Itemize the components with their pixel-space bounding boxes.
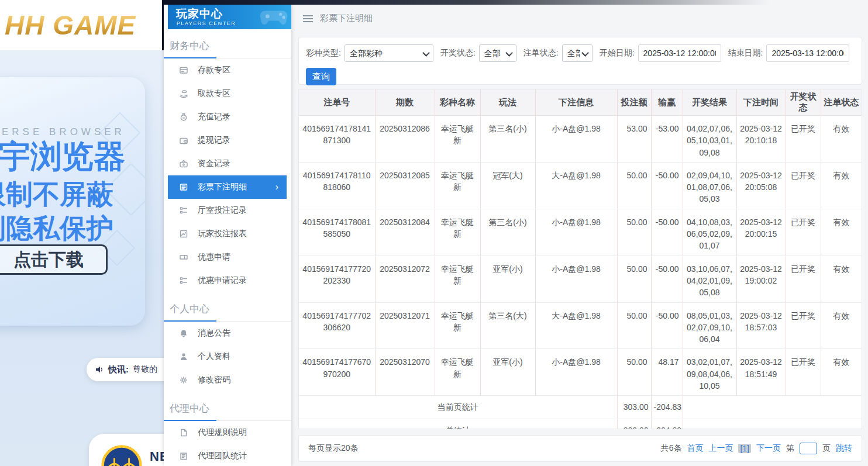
news-ticker[interactable]: 快讯: 尊敬的 [87,358,172,381]
table-cell: -50.00 [651,302,683,349]
screen: HH GAME ERSE BROWSER 宇浏览器 限制不屏蔽 到隐私保护 点击… [0,0,868,466]
chevron-right-icon: › [275,182,278,192]
table-cell: 2025-03-12 18:57:03 [736,302,786,349]
summary-bet-total: 303.00 [617,396,651,419]
next-page-link[interactable]: 下一页 [756,443,781,454]
column-header: 彩种名称 [435,89,480,116]
table-cell: 亚军(小) [480,349,535,396]
table-cell: 已开奖 [786,209,821,256]
table-cell: 20250312085 [375,162,435,209]
summary-label: 总统计 [299,419,617,429]
sidebar-item-team-stats[interactable]: 代理团队统计 [164,444,291,466]
gear-icon [179,375,188,385]
sidebar-item-label: 取款专区 [198,88,230,99]
page-prefix: 第 [786,443,794,454]
bet-status-label: 注单状态: [523,48,559,58]
sidebar-item-label: 消息公告 [198,328,230,339]
sidebar-item-bell[interactable]: 消息公告 [164,322,291,345]
current-page[interactable]: [1] [738,444,751,453]
promo-banner[interactable]: ERSE BROWSER 宇浏览器 限制不屏蔽 到隐私保护 点击下载 [0,77,145,326]
column-header: 注单号 [299,89,375,116]
table-cell: 第三名(小) [480,209,535,256]
table-cell: 幸运飞艇新 [435,116,480,163]
sidebar-item-promo-apply[interactable]: 优惠申请 [164,246,291,269]
sidebar-item-hall-bet-record[interactable]: 厅室投注记录 [164,199,291,222]
table-cell: 已开奖 [786,116,821,163]
table-row: 40156917417770230662020250312071幸运飞艇新第三名… [299,302,862,349]
doc-icon [179,428,188,437]
sidebar-item-label: 厅室投注记录 [198,205,247,216]
sidebar-section-title: 财务中心 [164,35,291,58]
table-cell: 401569174178110818060 [299,162,375,209]
sidebar-item-promo-apply-record[interactable]: 优惠申请记录 [164,269,291,292]
end-date-input[interactable] [766,44,849,62]
draw-status-select[interactable]: 全部 [479,44,516,62]
query-button[interactable]: 查询 [306,68,336,85]
sidebar-item-deposit[interactable]: 存款专区 [164,58,291,82]
table-cell: 50.00 [617,349,651,396]
sidebar-item-player-bet-report[interactable]: 玩家投注报表 [164,222,291,246]
table-cell: 401569174177720202330 [299,256,375,302]
column-header: 玩法 [480,89,535,116]
table-cell: 03,10,06,07,04,02,01,09,05,08 [683,256,736,302]
column-header: 开奖状态 [786,89,821,116]
sidebar-section-title: 个人中心 [164,298,291,322]
sidebar-item-withdrawal-record[interactable]: 提现记录 [164,129,291,152]
page-number-input[interactable] [800,443,817,454]
sidebar-header: 玩家中心 PLAYERS CENTER [168,5,291,29]
table-row: 40156917417808158505020250312084幸运飞艇新第三名… [299,209,862,256]
summary-bet-total: 303.00 [617,419,651,429]
page-suffix: 页 [822,443,831,454]
summary-row: 总统计303.00-204.83 [299,419,862,429]
sidebar-item-lottery-bet-detail[interactable]: 彩票下注明细› [168,175,287,199]
bell-icon [179,329,188,338]
news-text: 尊敬的 [133,364,157,375]
table-cell: 08,05,01,03,02,07,09,10,06,04 [683,302,736,349]
start-date-input[interactable] [638,44,721,62]
filter-panel: 彩种类型: 全部彩种 开奖状态: 全部 注单状态: 全部 开始日期: 结束日期: [298,37,862,85]
summary-row: 当前页统计303.00-204.83 [299,396,862,419]
table-header-row: 注单号期数彩种名称玩法下注信息投注额输赢开奖结果下注时间开奖状态注单状态 [299,89,862,116]
table-cell: -50.00 [651,256,683,302]
table-cell: 20250312072 [375,256,435,302]
sidebar-item-funds-record[interactable]: 资金记录 [164,152,291,175]
pagination-bar: 每页显示20条 共6条 首页 上一页 [1] 下一页 第 页 跳转 [298,435,862,462]
sidebar-item-recharge-record[interactable]: 充值记录 [164,105,291,129]
bet-status-select[interactable]: 全部 [562,44,593,62]
sidebar-item-label: 优惠申请记录 [198,275,247,286]
bet-table: 注单号期数彩种名称玩法下注信息投注额输赢开奖结果下注时间开奖状态注单状态 401… [299,89,862,429]
bet-table-card: 注单号期数彩种名称玩法下注信息投注额输赢开奖结果下注时间开奖状态注单状态 401… [298,89,862,429]
table-cell: 已开奖 [786,302,821,349]
sidebar-section-title: 代理中心 [164,398,291,421]
column-header: 注单状态 [821,89,862,116]
table-cell: 已开奖 [786,349,821,396]
table-cell: 04,02,07,06,05,10,03,01,09,08 [683,116,736,163]
withdraw-icon [179,89,188,98]
sidebar: 玩家中心 PLAYERS CENTER 财务中心存款专区取款专区充值记录提现记录… [164,5,291,466]
table-cell: 已开奖 [786,256,821,302]
download-button[interactable]: 点击下载 [0,244,108,275]
column-header: 开奖结果 [683,89,736,116]
sidebar-item-doc[interactable]: 代理规则说明 [164,421,291,444]
summary-winloss-total: -204.83 [651,396,683,419]
table-cell: 20250312071 [375,302,435,349]
prev-page-link[interactable]: 上一页 [708,443,733,454]
lottery-type-select[interactable]: 全部彩种 [345,44,433,62]
draw-status-label: 开奖状态: [440,48,476,58]
table-cell: 2025-03-12 20:05:08 [736,162,786,209]
table-row: 40156917417772020233020250312072幸运飞艇新亚军(… [299,256,862,302]
table-cell: 04,10,08,03,06,05,02,09,01,07 [683,209,736,256]
sidebar-item-user[interactable]: 个人资料 [164,345,291,368]
sidebar-item-gear[interactable]: 修改密码 [164,368,291,392]
sidebar-item-withdraw[interactable]: 取款专区 [164,82,291,105]
jump-link[interactable]: 跳转 [836,443,852,454]
table-cell: -50.00 [651,209,683,256]
column-header: 下注时间 [736,89,786,116]
hamburger-menu-icon[interactable] [303,15,313,22]
main-topbar: 彩票下注明细 [291,5,868,32]
withdrawal-record-icon [179,136,188,145]
table-cell: 401569174178141871300 [299,116,375,163]
table-cell: 幸运飞艇新 [435,162,480,209]
first-page-link[interactable]: 首页 [687,443,703,454]
end-date-label: 结束日期: [728,48,763,58]
